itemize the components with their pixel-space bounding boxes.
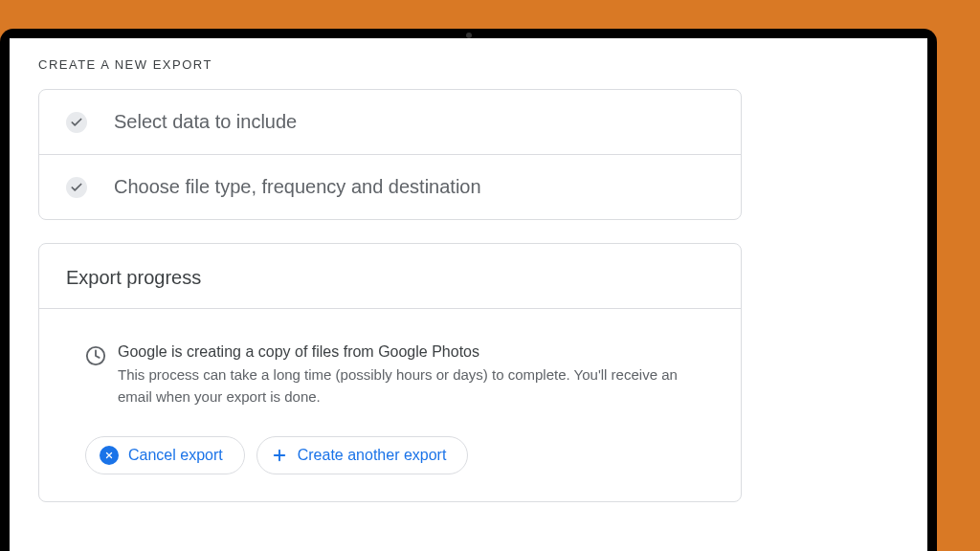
close-icon [100,446,119,465]
step-choose-file-type[interactable]: Choose file type, frequency and destinat… [39,154,741,219]
plus-icon [271,447,288,464]
checkmark-icon [66,177,87,198]
card-title: Export progress [66,267,714,289]
clock-icon [85,345,106,366]
step-label: Select data to include [114,111,297,133]
cancel-export-button[interactable]: Cancel export [85,436,245,474]
create-another-export-button[interactable]: Create another export [256,436,469,474]
button-label: Cancel export [128,447,223,464]
completed-steps-card: Select data to include Choose file type,… [38,89,742,220]
screen: CREATE A NEW EXPORT Select data to inclu… [10,38,927,551]
progress-sub-text: This process can take a long time (possi… [118,364,695,408]
laptop-frame: CREATE A NEW EXPORT Select data to inclu… [0,29,937,551]
export-progress-card: Export progress Google is creating a cop… [38,243,742,502]
progress-main-text: Google is creating a copy of files from … [118,343,695,361]
step-select-data[interactable]: Select data to include [39,90,741,154]
step-label: Choose file type, frequency and destinat… [114,176,481,198]
page-title: CREATE A NEW EXPORT [38,57,899,72]
checkmark-icon [66,112,87,133]
card-header: Export progress [39,244,741,309]
button-label: Create another export [298,447,447,464]
camera-dot [466,33,472,38]
